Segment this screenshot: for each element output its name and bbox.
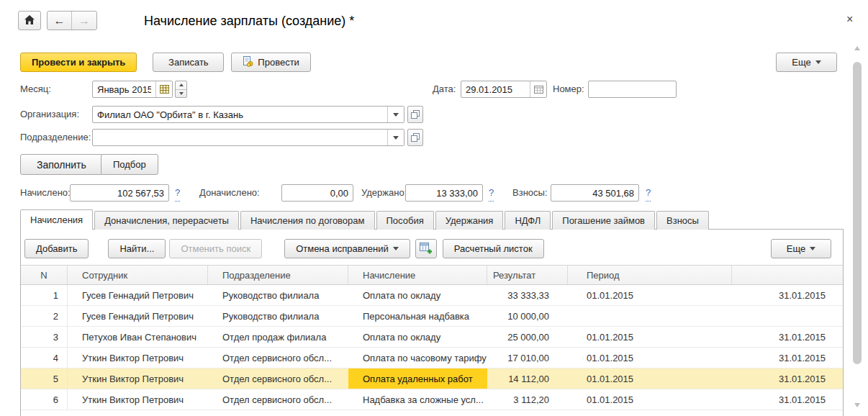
post-button[interactable]: Провести [231,53,311,72]
period-start-cell[interactable]: 01.01.2015 [568,327,732,347]
row-number-cell[interactable]: 5 [21,368,68,389]
scroll-down-icon[interactable] [854,403,860,407]
tab-5[interactable]: НДФЛ [505,211,551,230]
find-button[interactable]: Найти... [108,239,166,258]
back-button[interactable]: ← [48,12,72,30]
accrual-cell[interactable]: Оплата удаленных работ [348,368,487,389]
table-row[interactable]: 3Петухов Иван СтепановичОтдел продаж фил… [21,327,843,348]
department-cell[interactable]: Отдел сервисного обсл... [208,389,348,410]
result-cell[interactable]: 3 112,20 [487,389,568,410]
department-dropdown-button[interactable] [387,130,404,145]
cancel-search-button[interactable]: Отменить поиск [169,239,262,258]
result-cell[interactable]: 25 000,00 [487,327,568,347]
result-cell[interactable]: 33 333,33 [487,285,568,305]
organization-dropdown-button[interactable] [387,107,404,122]
month-input[interactable] [93,81,155,97]
employee-cell[interactable]: Уткин Виктор Петрович [68,348,208,368]
accrual-cell[interactable]: Персональная надбавка [348,306,487,326]
number-input[interactable] [589,81,676,97]
forward-button[interactable]: → [72,12,96,30]
table-row[interactable]: 4Уткин Виктор ПетровичОтдел сервисного о… [21,348,843,368]
date-input[interactable] [461,81,530,97]
calendar-icon-button[interactable] [530,81,546,97]
row-number-cell[interactable]: 4 [21,348,68,368]
department-field[interactable] [92,129,404,146]
period-start-cell[interactable]: 01.01.2015 [568,389,732,410]
department-open-button[interactable] [407,129,423,146]
accrual-cell[interactable]: Оплата по окладу [348,327,487,347]
tab-3[interactable]: Пособия [376,211,434,230]
column-header-4[interactable]: Результат [487,266,568,284]
month-select-icon-button[interactable] [155,81,172,97]
row-number-cell[interactable]: 2 [21,306,68,326]
pick-button[interactable]: Подбор [101,154,158,175]
period-start-cell[interactable] [568,306,732,326]
vertical-scrollbar[interactable] [853,43,862,412]
period-end-cell[interactable]: 31.01.2015 [732,348,843,368]
result-cell[interactable]: 10 000,00 [487,306,568,326]
column-header-3[interactable]: Начисление [348,266,487,284]
table-row[interactable]: 6Уткин Виктор ПетровичОтдел сервисного о… [21,389,843,410]
withheld-input[interactable] [406,185,482,201]
result-cell[interactable]: 17 010,00 [487,348,568,368]
organization-open-button[interactable] [407,106,423,123]
add-row-button[interactable]: Добавить [24,239,89,258]
table-row[interactable]: 2Гусев Геннадий ПетровичРуководство фили… [21,306,843,327]
period-end-cell[interactable]: 31.01.2015 [732,389,843,410]
tab-4[interactable]: Удержания [435,211,504,230]
employee-cell[interactable]: Уткин Виктор Петрович [68,389,208,410]
column-header-1[interactable]: Сотрудник [68,266,208,284]
more-button-top[interactable]: Еще [776,53,837,72]
organization-field[interactable] [92,106,404,123]
employee-cell[interactable]: Петухов Иван Степанович [68,327,208,347]
row-number-cell[interactable]: 6 [21,389,68,410]
contributions-field[interactable] [551,184,639,202]
column-header-0[interactable]: N [21,266,68,284]
period-start-cell[interactable]: 01.01.2015 [568,348,732,368]
table-row[interactable]: 1Гусев Геннадий ПетровичРуководство фили… [21,285,843,306]
home-button[interactable] [18,11,41,30]
row-number-cell[interactable]: 3 [21,327,68,347]
additional-field[interactable] [281,184,353,202]
additional-input[interactable] [282,185,353,201]
withheld-field[interactable] [405,184,483,202]
result-cell[interactable]: 14 112,00 [487,368,568,389]
accrued-help-link[interactable]: ? [175,184,180,202]
month-spinner[interactable] [175,81,187,98]
cancel-corrections-button[interactable]: Отмена исправлений [284,239,410,258]
accrual-cell[interactable]: Надбавка за сложные усл... [348,389,487,410]
organization-input[interactable] [93,107,387,122]
save-button[interactable]: Записать [153,53,224,72]
post-and-close-button[interactable]: Провести и закрыть [20,53,137,72]
department-cell[interactable]: Руководство филиала [208,285,348,305]
contributions-input[interactable] [551,185,638,201]
close-icon[interactable]: × [846,13,853,26]
number-field[interactable] [588,81,677,98]
department-input[interactable] [93,130,387,145]
row-number-cell[interactable]: 1 [21,285,68,305]
department-cell[interactable]: Отдел продаж филиала [208,327,348,347]
date-field[interactable] [461,81,547,98]
fill-button[interactable]: Заполнить [20,154,103,175]
column-header-6[interactable] [732,266,843,284]
employee-cell[interactable]: Гусев Геннадий Петрович [68,306,208,326]
withheld-help-link[interactable]: ? [489,184,494,202]
department-cell[interactable]: Отдел сервисного обсл... [208,348,348,368]
employee-cell[interactable]: Уткин Виктор Петрович [68,368,208,389]
month-field[interactable] [92,81,173,98]
table-row[interactable]: 5Уткин Виктор ПетровичОтдел сервисного о… [21,368,843,389]
period-end-cell[interactable]: 31.01.2015 [732,368,843,389]
tab-7[interactable]: Взносы [656,211,709,230]
department-cell[interactable]: Отдел сервисного обсл... [208,368,348,389]
scroll-thumb[interactable] [853,62,862,364]
payslip-button[interactable]: Расчетный листок [443,239,544,258]
column-header-5[interactable]: Период [568,266,732,284]
scroll-up-icon[interactable] [854,46,860,50]
contributions-help-link[interactable]: ? [646,184,651,202]
period-start-cell[interactable]: 01.01.2015 [568,368,732,389]
period-start-cell[interactable]: 01.01.2015 [568,285,732,305]
add-to-table-icon-button[interactable] [415,239,437,258]
tab-2[interactable]: Начисления по договорам [240,211,375,230]
accrual-cell[interactable]: Оплата по окладу [348,285,487,305]
column-header-2[interactable]: Подразделение [208,266,348,284]
